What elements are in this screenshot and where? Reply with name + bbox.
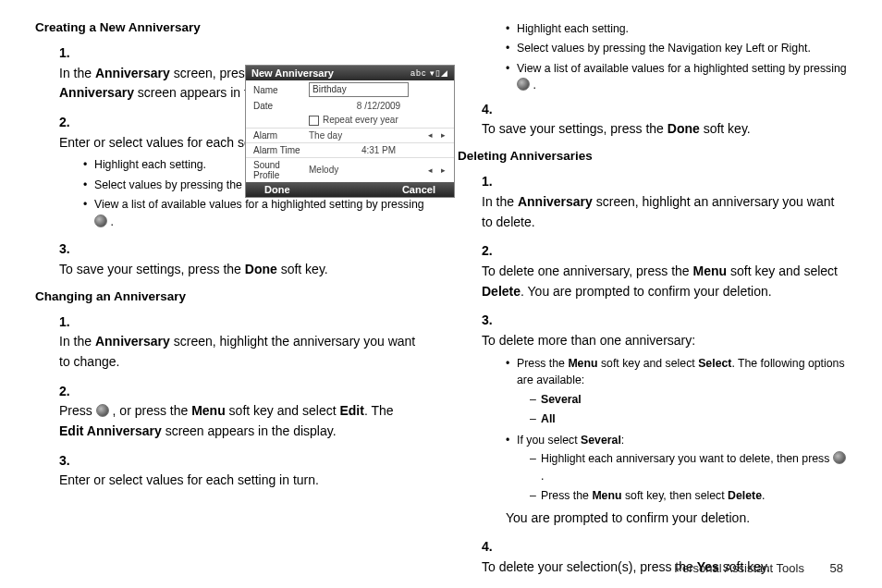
field-label-sound: Sound Profile (253, 160, 309, 180)
alarm-value[interactable]: The day (309, 130, 428, 141)
right-column: Highlight each setting. Select values by… (458, 20, 847, 587)
step-item: 4.To save your settings, press the Done … (482, 100, 847, 140)
bullet-item: If you select Several: Highlight each an… (506, 432, 847, 529)
alarmtime-value[interactable]: 4:31 PM (309, 145, 448, 155)
ok-key-icon (96, 404, 109, 417)
step-item: 1.In the Anniversary screen, highlight a… (482, 172, 847, 232)
field-label-alarmtime: Alarm Time (253, 145, 309, 155)
phone-status-icons: abc ▾▯◢ (410, 68, 448, 78)
dash-item: Press the Menu soft key, then select Del… (530, 487, 847, 505)
date-value[interactable]: 8 /12/2009 (309, 101, 448, 111)
step-item: 2.Press , or press the Menu soft key and… (59, 382, 424, 442)
repeat-checkbox[interactable] (309, 116, 319, 126)
cancel-softkey[interactable]: Cancel (402, 184, 435, 195)
bullet-item: Press the Menu soft key and select Selec… (506, 355, 847, 428)
confirm-text: You are prompted to confirm your deletio… (506, 508, 847, 528)
step-item: 3.To delete more than one anniversary: P… (482, 311, 847, 528)
section-title-changing: Changing an Anniversary (35, 289, 424, 303)
step-item: 1.In the Anniversary screen, highlight t… (59, 312, 424, 373)
bullet-item: Select values by pressing the Navigation… (506, 40, 847, 56)
bullet-item: Highlight each setting. (506, 20, 847, 37)
sound-value[interactable]: Melody (309, 165, 428, 175)
step-item: 2.To delete one anniversary, press the M… (482, 241, 847, 301)
bullet-item: View a list of available values for a hi… (506, 60, 847, 94)
phone-title: New Anniversary (251, 67, 334, 79)
step-item: 3.Enter or select values for each settin… (59, 451, 424, 491)
field-label-date: Date (253, 101, 309, 111)
dash-item: Highlight each anniversary you want to d… (530, 450, 847, 485)
footer-section: Personal Assistant Tools (674, 561, 804, 575)
section-title-deleting: Deleting Anniversaries (458, 149, 847, 163)
bullet-item: View a list of available values for a hi… (83, 196, 424, 230)
ok-key-icon (94, 214, 107, 227)
ok-key-icon (517, 78, 530, 91)
page-footer: Personal Assistant Tools 58 (674, 561, 843, 575)
ok-key-icon (833, 451, 846, 464)
left-right-arrows-icon[interactable]: ◂ ▸ (428, 165, 448, 175)
left-right-arrows-icon[interactable]: ◂ ▸ (428, 130, 448, 140)
section-title-creating: Creating a New Anniversary (35, 20, 424, 34)
step-item: 3.To save your settings, press the Done … (59, 239, 424, 279)
repeat-label: Repeat every year (323, 115, 398, 125)
phone-screenshot: New Anniversary abc ▾▯◢ Name Birthday Da… (245, 65, 455, 198)
dash-item: Several (530, 391, 847, 409)
done-softkey[interactable]: Done (264, 184, 290, 195)
page-number: 58 (830, 561, 843, 575)
name-input[interactable]: Birthday (309, 82, 409, 97)
field-label-alarm: Alarm (253, 130, 309, 141)
dash-item: All (530, 410, 847, 428)
field-label-name: Name (253, 85, 309, 95)
